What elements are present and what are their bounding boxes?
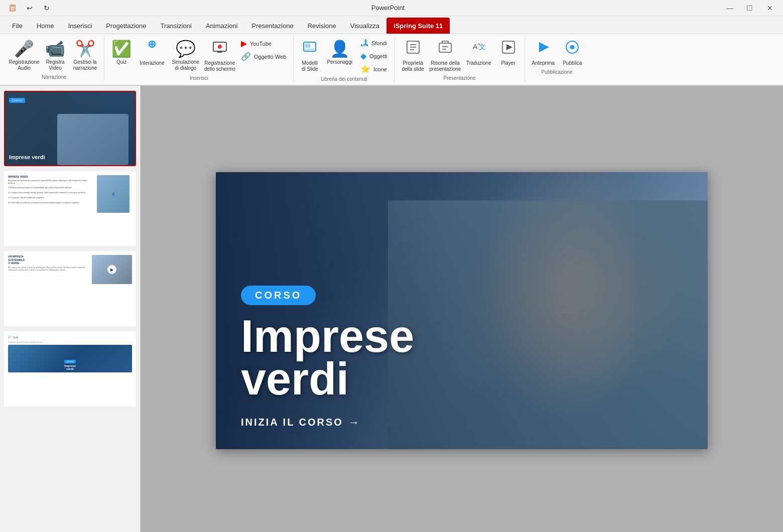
svg-rect-1	[11, 5, 14, 7]
scissors-icon: ✂️	[75, 39, 95, 58]
pubblica-button[interactable]: Pubblica	[560, 37, 585, 68]
slide-thumb-2[interactable]: IMPRESE VERDI A business can describe it…	[4, 171, 136, 246]
tab-transizioni[interactable]: Transizioni	[154, 18, 199, 34]
slide-cta: INIZIA IL CORSO →	[241, 416, 683, 429]
inserisci-label: Inserisci	[108, 74, 289, 82]
oggetto-web-button[interactable]: 🔗 Oggetto Web	[238, 50, 290, 63]
player-icon	[500, 39, 516, 59]
anteprima-button[interactable]: Anteprima	[529, 37, 558, 68]
cta-arrow-icon: →	[348, 416, 361, 429]
interaction-icon	[144, 39, 160, 59]
redo-button[interactable]: ↻	[40, 2, 53, 15]
slide-2-body: A business can describe its commitment t…	[8, 180, 95, 204]
slide-4-badge: CORSO	[64, 360, 76, 363]
chat-icon: 💬	[176, 39, 196, 58]
tab-animazioni[interactable]: Animazioni	[199, 18, 245, 34]
svg-rect-9	[305, 49, 314, 50]
sfondi-button[interactable]: 🏞 Sfondi	[357, 37, 390, 49]
tab-ispring[interactable]: iSpring Suite 11	[386, 18, 450, 34]
pubblicazione-buttons: Anteprima Pubblica	[529, 37, 585, 68]
personaggi-button[interactable]: 👤 Personaggi	[324, 37, 355, 67]
preview-icon	[535, 39, 551, 59]
minimize-button[interactable]: —	[723, 1, 737, 15]
slide-4-title: Impreseverdi	[64, 364, 76, 370]
save-button[interactable]	[6, 2, 19, 15]
narrazione-buttons: 🎤 RegistrazioneAudio 📹 RegistraVideo ✂️ …	[8, 37, 100, 73]
modelli-slide-button[interactable]: Modellidi Slide	[298, 37, 322, 74]
slide-3-title: UN'IMPRESASOSTENIBILEO VERDE	[8, 255, 90, 265]
ribbon-group-narrazione: 🎤 RegistrazioneAudio 📹 RegistraVideo ✂️ …	[4, 36, 104, 81]
resources-icon	[437, 39, 453, 59]
slide-3-preview: UN'IMPRESASOSTENIBILEO VERDE A company c…	[5, 252, 135, 325]
libreria-label: Libreria dei contenuti	[298, 75, 390, 83]
publish-icon	[564, 39, 580, 59]
libreria-buttons: Modellidi Slide 👤 Personaggi 🏞 Sfondi ◆ …	[298, 37, 390, 75]
registrazione-schermo-button[interactable]: Registrazionedello schermo	[204, 37, 236, 74]
registra-video-button[interactable]: 📹 RegistraVideo	[42, 37, 68, 73]
slide-1-tag: CORSO	[9, 98, 25, 103]
svg-text:A: A	[473, 43, 478, 51]
icons-icon: ⭐	[360, 64, 370, 74]
slide-1-title: Imprese verdi	[9, 154, 45, 160]
svg-rect-14	[439, 43, 451, 52]
ribbon-group-libreria: Modellidi Slide 👤 Personaggi 🏞 Sfondi ◆ …	[294, 36, 395, 83]
main-area: CORSO Imprese verdi IMPRESE VERDI A busi…	[0, 86, 783, 532]
tab-home[interactable]: Home	[30, 18, 61, 34]
slides-icon	[302, 39, 318, 59]
icone-button[interactable]: ⭐ Icone	[357, 63, 390, 75]
ribbon: 🎤 RegistrazioneAudio 📹 RegistraVideo ✂️ …	[0, 34, 783, 86]
slide-3-image: ▶	[92, 255, 132, 284]
window-controls: — ☐ ✕	[723, 1, 777, 15]
pubblicazione-label: Pubblicazione	[529, 68, 585, 76]
slide-2-preview: IMPRESE VERDI A business can describe it…	[5, 172, 135, 245]
ribbon-group-inserisci: ✅ Quiz Interazione 💬 Simulazionedi dialo…	[104, 36, 294, 82]
narrazione-label: Narrazione	[8, 73, 100, 81]
proprieta-slide-button[interactable]: Proprietàdella slide	[399, 37, 427, 74]
video-icon: 📹	[45, 39, 65, 58]
svg-marker-20	[506, 44, 512, 50]
characters-icon: 👤	[330, 39, 350, 58]
slide-panel: CORSO Imprese verdi IMPRESE VERDI A busi…	[0, 86, 141, 532]
svg-rect-2	[11, 8, 15, 11]
play-button-overlay[interactable]: ▶	[107, 265, 116, 274]
gestisci-narrazione-button[interactable]: ✂️ Gestisci lanarrazione	[70, 37, 100, 73]
tab-visualizza[interactable]: Visualizza	[343, 18, 386, 34]
backgrounds-icon: 🏞	[360, 39, 368, 48]
slide-2-image: 👤	[97, 175, 129, 213]
player-button[interactable]: Player	[496, 37, 520, 68]
slide-main-title: Imprese verdi	[241, 315, 683, 401]
tab-file[interactable]: File	[5, 18, 30, 34]
slide-thumb-4[interactable]: ☑ Quiz Click the Quiz button to edit thi…	[4, 331, 136, 407]
inserisci-buttons: ✅ Quiz Interazione 💬 Simulazionedi dialo…	[108, 37, 289, 74]
quiz-checkbox-icon: ☑	[8, 335, 11, 339]
oggetti-button[interactable]: ◆ Oggetti	[357, 50, 390, 62]
tab-revisione[interactable]: Revisione	[301, 18, 343, 34]
link-icon: 🔗	[241, 52, 251, 61]
svg-rect-8	[305, 44, 310, 48]
canvas-area: CORSO Imprese verdi INIZIA IL CORSO →	[141, 86, 783, 532]
quiz-button[interactable]: ✅ Quiz	[108, 37, 135, 67]
screen-record-icon	[212, 39, 228, 59]
undo-button[interactable]: ↩	[23, 2, 36, 15]
simulazione-dialogo-button[interactable]: 💬 Simulazionedi dialogo	[170, 37, 202, 73]
microphone-icon: 🎤	[14, 39, 34, 58]
quiz-icon: ✅	[111, 39, 132, 58]
slide-thumb-3[interactable]: UN'IMPRESASOSTENIBILEO VERDE A company c…	[4, 251, 136, 326]
maximize-button[interactable]: ☐	[743, 1, 757, 15]
interazione-button[interactable]: Interazione	[137, 37, 167, 68]
inserisci-small-buttons: ▶ YouTube 🔗 Oggetto Web	[238, 37, 290, 63]
corso-badge: CORSO	[241, 286, 316, 305]
svg-point-6	[218, 45, 222, 49]
youtube-icon: ▶	[241, 39, 247, 48]
traduzione-button[interactable]: A文 Traduzione	[463, 37, 494, 68]
tab-presentazione[interactable]: Presentazione	[245, 18, 301, 34]
title-bar: ↩ ↻ PowerPoint — ☐ ✕	[0, 0, 783, 16]
main-slide-canvas[interactable]: CORSO Imprese verdi INIZIA IL CORSO →	[216, 172, 708, 449]
close-button[interactable]: ✕	[763, 1, 777, 15]
youtube-button[interactable]: ▶ YouTube	[238, 37, 290, 50]
registrazione-audio-button[interactable]: 🎤 RegistrazioneAudio	[8, 37, 40, 73]
tab-inserisci[interactable]: Inserisci	[61, 18, 99, 34]
slide-thumb-1[interactable]: CORSO Imprese verdi	[4, 91, 136, 166]
risorse-presentazione-button[interactable]: Risorse dellapresentazione	[429, 37, 461, 74]
tab-progettazione[interactable]: Progettazione	[99, 18, 153, 34]
